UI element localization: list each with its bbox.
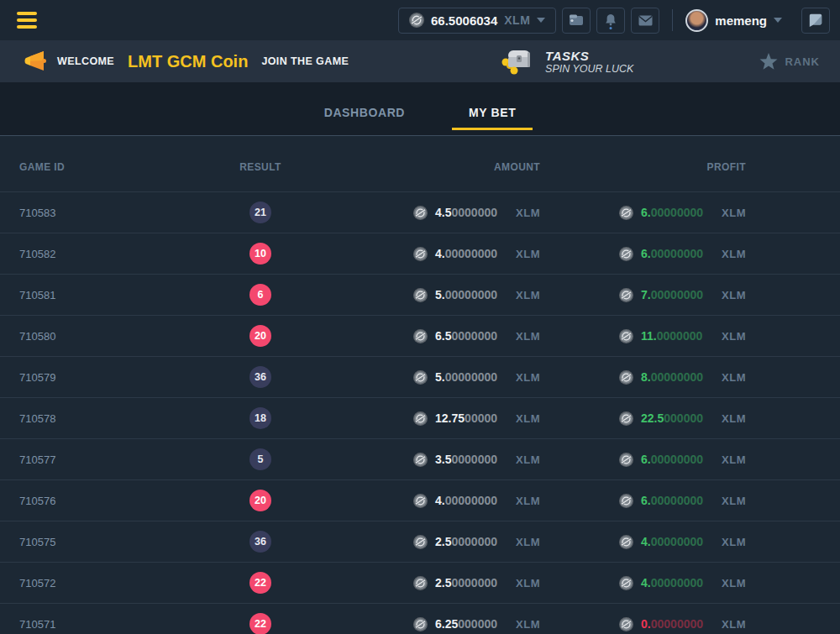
profit-value: 11.	[641, 329, 657, 343]
wallet-icon	[569, 13, 584, 27]
result-badge: 21	[249, 202, 271, 223]
profit-cell: 8.00000000 XLM	[550, 370, 756, 385]
stellar-coin-icon	[413, 494, 428, 508]
profit-cell: 6.00000000 XLM	[550, 494, 756, 508]
result-badge: 20	[249, 325, 271, 347]
result-badge: 22	[249, 572, 271, 594]
balance-selector[interactable]: 66.5006034 XLM	[398, 8, 556, 34]
profit-cell: 4.00000000 XLM	[550, 535, 756, 549]
profit-value: 4.	[641, 576, 651, 589]
stellar-coin-icon	[619, 370, 633, 385]
amount-cell: 4.50000000 XLM	[319, 206, 550, 220]
result-badge: 22	[249, 613, 271, 634]
profit-cell: 6.00000000 XLM	[550, 453, 756, 467]
table-row[interactable]: 710581 6 5.00000000 XLM 7.0000000	[0, 274, 840, 315]
result-badge: 5	[249, 448, 271, 470]
table-row[interactable]: 710582 10 4.00000000 XLM 6.000000	[0, 233, 840, 274]
tab-dashboard[interactable]: DASHBOARD	[307, 106, 422, 130]
table-row[interactable]: 710571 22 6.25000000 XLM 0.000000	[0, 603, 840, 634]
table-row[interactable]: 710576 20 4.00000000 XLM 6.000000	[0, 479, 840, 521]
result-badge: 18	[249, 407, 271, 429]
table-row[interactable]: 710583 21 4.50000000 XLM 6.000000	[0, 191, 840, 233]
profit-value: 4.	[641, 535, 651, 548]
user-menu[interactable]: memeng	[685, 9, 782, 32]
profit-cell: 22.5000000 XLM	[550, 411, 756, 426]
amount-currency: XLM	[516, 289, 540, 301]
amount-value: 4.	[435, 494, 445, 507]
tab-bar: DASHBOARD MY BET	[0, 82, 840, 136]
stellar-coin-icon	[413, 329, 428, 343]
amount-cell: 3.50000000 XLM	[319, 453, 550, 467]
profit-currency: XLM	[722, 412, 746, 425]
profit-trailing-zeros: 00000000	[651, 370, 703, 384]
stellar-coin-icon	[413, 617, 428, 631]
tasks-widget[interactable]: TASKS SPIN YOUR LUCK	[500, 47, 633, 76]
rank-widget[interactable]: RANK	[759, 53, 820, 71]
profit-value: 6.	[641, 206, 651, 219]
tab-my-bet[interactable]: MY BET	[452, 106, 533, 130]
profit-value: 22.5	[641, 411, 664, 425]
username: memeng	[715, 13, 767, 28]
welcome-banner: WELCOME LMT GCM Coin JOIN THE GAME TASKS	[0, 40, 840, 82]
result-badge: 10	[249, 243, 271, 265]
amount-value: 6.5	[435, 329, 451, 343]
profit-cell: 4.00000000 XLM	[550, 576, 756, 590]
amount-currency: XLM	[516, 495, 540, 507]
my-bet-table: GAME ID RESULT AMOUNT PROFIT 710583 21 4…	[0, 136, 840, 634]
table-body: 710583 21 4.50000000 XLM 6.000000	[0, 191, 840, 634]
table-row[interactable]: 710578 18 12.7500000 XLM 22.50000	[0, 397, 840, 438]
game-id: 710583	[0, 207, 202, 219]
table-row[interactable]: 710572 22 2.50000000 XLM 4.000000	[0, 562, 840, 603]
menu-icon[interactable]	[17, 12, 37, 29]
amount-currency: XLM	[516, 371, 540, 384]
amount-trailing-zeros: 00000000	[445, 494, 497, 507]
profit-currency: XLM	[722, 248, 746, 260]
amount-cell: 4.00000000 XLM	[319, 247, 550, 261]
top-bar: 66.5006034 XLM	[0, 0, 840, 40]
amount-trailing-zeros: 0000000	[452, 535, 498, 548]
stellar-coin-icon	[619, 329, 633, 343]
table-row[interactable]: 710580 20 6.50000000 XLM 11.00000	[0, 315, 840, 356]
amount-trailing-zeros: 00000	[465, 411, 497, 425]
amount-currency: XLM	[516, 207, 540, 219]
amount-value: 6.25	[435, 617, 458, 631]
messages-button[interactable]	[631, 8, 659, 34]
stellar-coin-icon	[619, 247, 633, 261]
game-id: 710578	[0, 412, 202, 425]
profit-currency: XLM	[722, 453, 746, 466]
result-badge: 20	[249, 490, 271, 511]
notifications-button[interactable]	[596, 8, 625, 34]
amount-value: 2.5	[435, 535, 451, 548]
table-row[interactable]: 710579 36 5.00000000 XLM 8.000000	[0, 356, 840, 397]
stellar-coin-icon	[619, 494, 633, 508]
profit-cell: 11.0000000 XLM	[550, 329, 756, 343]
amount-cell: 5.00000000 XLM	[319, 370, 550, 385]
tasks-subtitle: SPIN YOUR LUCK	[545, 63, 633, 75]
amount-value: 3.5	[435, 453, 451, 466]
stellar-coin-icon	[619, 411, 633, 426]
amount-trailing-zeros: 00000000	[445, 370, 497, 384]
table-row[interactable]: 710577 5 3.50000000 XLM 6.0000000	[0, 438, 840, 479]
game-id: 710580	[0, 330, 202, 343]
chat-toggle-button[interactable]	[801, 8, 830, 34]
tasks-title: TASKS	[545, 49, 633, 63]
balance-amount: 66.5006034	[431, 13, 497, 28]
profit-currency: XLM	[722, 536, 746, 548]
star-icon	[759, 53, 778, 71]
profit-currency: XLM	[722, 330, 746, 343]
profit-cell: 7.00000000 XLM	[550, 288, 756, 302]
stellar-coin-icon	[619, 453, 633, 467]
stellar-coin-icon	[413, 247, 428, 261]
megaphone-icon	[24, 50, 47, 72]
amount-currency: XLM	[516, 577, 540, 589]
stellar-coin-icon	[413, 535, 428, 549]
table-row[interactable]: 710575 36 2.50000000 XLM 4.000000	[0, 521, 840, 562]
stellar-coin-icon	[409, 13, 424, 28]
game-id: 710577	[0, 453, 202, 466]
profit-trailing-zeros: 00000000	[651, 535, 703, 548]
amount-cell: 2.50000000 XLM	[319, 535, 550, 549]
profit-value: 0.	[641, 617, 651, 631]
wallet-button[interactable]	[562, 8, 591, 34]
amount-trailing-zeros: 0000000	[452, 453, 498, 466]
profit-trailing-zeros: 00000000	[651, 206, 703, 219]
